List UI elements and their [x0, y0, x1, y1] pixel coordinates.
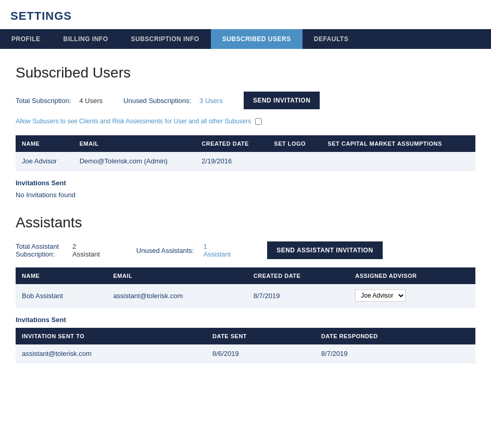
nav-profile[interactable]: PROFILE — [0, 29, 52, 49]
navigation: PROFILE BILLING INFO SUBSCRIPTION INFO S… — [0, 29, 491, 49]
col-set-cma: SET CAPITAL MARKET ASSUMPTIONS — [321, 135, 475, 152]
table-row: Bob Assistant assistant@tolerisk.com 8/7… — [16, 284, 475, 308]
asst-col-name: NAME — [16, 267, 107, 284]
page-title: SETTINGS — [0, 0, 491, 29]
nav-subscribed-users[interactable]: SUBSCRIBED USERS — [211, 29, 303, 49]
asst-col-created-date: CREATED DATE — [247, 267, 349, 284]
unused-assistants-value2: Assistant — [203, 250, 231, 258]
send-invitation-button[interactable]: SEND INVITATION — [244, 92, 320, 109]
asst-invitations-sent-label: Invitations Sent — [16, 316, 475, 324]
user-set-cma — [321, 152, 475, 171]
col-set-logo: SET LOGO — [268, 135, 321, 152]
col-created-date: CREATED DATE — [195, 135, 268, 152]
total-assistant-value1: 2 — [72, 242, 100, 250]
asst-email: assistant@tolerisk.com — [107, 284, 247, 308]
asst-col-assigned-advisor: ASSIGNED ADVISOR — [349, 267, 475, 284]
asst-col-email: EMAIL — [107, 267, 247, 284]
assigned-advisor-select[interactable]: Joe Advisor — [355, 289, 406, 302]
unused-subscriptions-value: 3 Users — [199, 97, 223, 105]
total-assistant-label-line1: Total Assistant — [16, 242, 59, 250]
no-invitations-text: No Invitations found — [16, 191, 475, 199]
nav-billing-info[interactable]: BILLING INFO — [52, 29, 120, 49]
inv-col-sent-to: INVITATION SENT TO — [16, 328, 206, 344]
inv-date-responded: 8/7/2019 — [315, 344, 475, 363]
unused-subscriptions-label: Unused Subscriptions: — [123, 97, 191, 105]
total-subscription-label: Total Subscription: — [16, 97, 71, 105]
nav-defaults[interactable]: DEFAULTS — [303, 29, 360, 49]
assistants-section: Assistants Total Assistant Subscription:… — [16, 214, 475, 363]
unused-assistants-label: Unused Assistants: — [136, 247, 194, 254]
assistant-invitations-table: INVITATION SENT TO DATE SENT DATE RESPON… — [16, 328, 475, 363]
allow-subusers-text: Allow Subusers to see Clients and Risk A… — [16, 118, 251, 125]
subscribed-users-table: NAME EMAIL CREATED DATE SET LOGO SET CAP… — [16, 135, 475, 171]
inv-sent-to: assistant@tolerisk.com — [16, 344, 206, 363]
user-set-logo — [268, 152, 321, 171]
inv-col-date-sent: DATE SENT — [206, 328, 315, 344]
invitations-sent-label: Invitations Sent — [16, 179, 475, 187]
asst-created-date: 8/7/2019 — [247, 284, 349, 308]
total-assistant-label-line2: Subscription: — [16, 250, 59, 258]
unused-assistants-value1: 1 — [203, 242, 231, 250]
assistants-title: Assistants — [16, 214, 475, 231]
total-subscription-value: 4 Users — [79, 97, 103, 105]
allow-subusers-checkbox[interactable] — [255, 118, 262, 125]
allow-subusers-row: Allow Subusers to see Clients and Risk A… — [16, 118, 475, 125]
subscription-info-row: Total Subscription: 4 Users Unused Subsc… — [16, 92, 475, 109]
inv-col-date-responded: DATE RESPONDED — [315, 328, 475, 344]
asst-assigned-advisor: Joe Advisor — [349, 284, 475, 308]
col-name: NAME — [16, 135, 73, 152]
col-email: EMAIL — [73, 135, 196, 152]
send-assistant-invitation-button[interactable]: SEND ASSISTANT INVITATION — [267, 241, 382, 259]
table-row: assistant@tolerisk.com 8/6/2019 8/7/2019 — [16, 344, 475, 363]
nav-subscription-info[interactable]: SUBSCRIPTION INFO — [120, 29, 211, 49]
total-assistant-value2: Assistant — [72, 250, 100, 258]
user-name: Joe Advisor — [16, 152, 73, 171]
user-created-date: 2/19/2016 — [195, 152, 268, 171]
asst-name: Bob Assistant — [16, 284, 107, 308]
user-email: Demo@Tolerisk.com (Admin) — [73, 152, 196, 171]
assistants-table: NAME EMAIL CREATED DATE ASSIGNED ADVISOR… — [16, 267, 475, 308]
assistant-info-row: Total Assistant Subscription: 2 Assistan… — [16, 241, 475, 259]
table-row: Joe Advisor Demo@Tolerisk.com (Admin) 2/… — [16, 152, 475, 171]
subscribed-users-title: Subscribed Users — [16, 65, 475, 81]
inv-date-sent: 8/6/2019 — [206, 344, 315, 363]
subscribed-users-section: Subscribed Users Total Subscription: 4 U… — [16, 65, 475, 199]
